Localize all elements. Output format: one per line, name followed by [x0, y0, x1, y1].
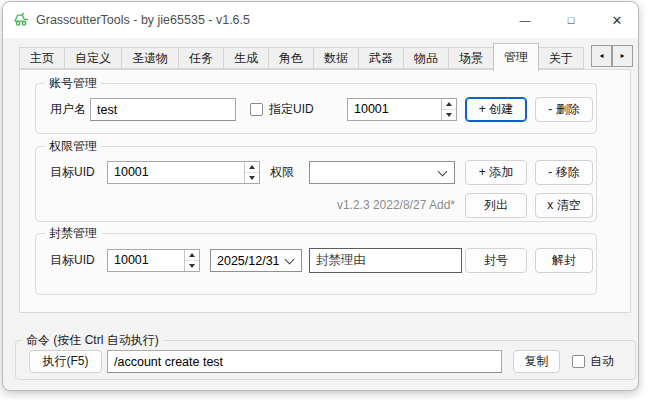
- triangle-up-icon: [446, 102, 452, 106]
- delete-account-button[interactable]: - 删除: [535, 97, 593, 122]
- permission-combobox[interactable]: [309, 161, 455, 184]
- auto-run-checkbox[interactable]: [572, 355, 585, 368]
- app-window: GrasscutterTools - by jie65535 - v1.6.5 …: [2, 1, 639, 391]
- close-button[interactable]: ✕: [594, 2, 640, 38]
- spinner-arrows: [184, 250, 199, 271]
- command-group-title: 命令 (按住 Ctrl 自动执行): [22, 332, 163, 348]
- triangle-up-icon: [249, 165, 255, 169]
- chevron-down-icon: [438, 166, 448, 176]
- management-tab-page: 账号管理 用户名 指定UID 10001 + 创建 - 删除 权限管理 目标UI…: [19, 69, 631, 313]
- spinner-down-button[interactable]: [245, 173, 259, 183]
- account-group-title: 账号管理: [45, 75, 101, 91]
- ban-uid-spinner[interactable]: 10001: [107, 249, 200, 272]
- grasscutter-cart-icon: [13, 11, 30, 28]
- triangle-up-icon: [189, 253, 195, 257]
- ban-target-uid-label: 目标UID: [50, 249, 95, 272]
- minimize-icon: —: [520, 14, 531, 26]
- ban-uid-value: 10001: [108, 250, 184, 271]
- scroll-left-icon: ◂: [599, 52, 603, 60]
- command-input[interactable]: [107, 350, 502, 373]
- perm-target-uid-label: 目标UID: [50, 161, 95, 184]
- remove-permission-button[interactable]: - 移除: [535, 160, 593, 185]
- tab-about[interactable]: 关于: [538, 47, 584, 69]
- create-account-button[interactable]: + 创建: [465, 97, 527, 122]
- spinner-up-button[interactable]: [442, 99, 456, 110]
- specify-uid-checkbox[interactable]: [250, 103, 263, 116]
- triangle-down-icon: [249, 176, 255, 180]
- tab-strip: 主页 自定义 圣遗物 任务 生成 角色 数据 武器 物品 场景 管理 关于: [19, 43, 583, 71]
- titlebar: GrasscutterTools - by jie65535 - v1.6.5 …: [3, 2, 638, 38]
- tab-scroll-right-button[interactable]: ▸: [612, 45, 633, 67]
- copy-command-button[interactable]: 复制: [513, 350, 560, 373]
- ban-group-title: 封禁管理: [45, 225, 101, 241]
- triangle-down-icon: [189, 264, 195, 268]
- ban-button[interactable]: 封号: [465, 248, 527, 273]
- command-group: 命令 (按住 Ctrl 自动执行) 执行(F5) 复制 自动: [15, 340, 636, 380]
- run-command-button[interactable]: 执行(F5): [29, 350, 102, 373]
- tab-artifact[interactable]: 圣遗物: [121, 47, 179, 69]
- chevron-down-icon: [285, 254, 295, 264]
- tab-spawn[interactable]: 生成: [223, 47, 269, 69]
- tab-home[interactable]: 主页: [19, 47, 65, 69]
- permission-version-note: v1.2.3 2022/8/27 Add*: [220, 198, 455, 212]
- spinner-up-button[interactable]: [185, 250, 199, 261]
- account-uid-value: 10001: [348, 99, 441, 120]
- tab-weapon[interactable]: 武器: [358, 47, 404, 69]
- tab-data[interactable]: 数据: [313, 47, 359, 69]
- account-uid-spinner[interactable]: 10001: [347, 98, 457, 121]
- spinner-arrows: [244, 162, 259, 183]
- unban-button[interactable]: 解封: [535, 248, 593, 273]
- spinner-down-button[interactable]: [442, 110, 456, 120]
- tab-custom[interactable]: 自定义: [64, 47, 122, 69]
- window-title: GrasscutterTools - by jie65535 - v1.6.5: [36, 2, 250, 38]
- list-permissions-button[interactable]: 列出: [465, 193, 527, 218]
- ban-date-value: 2025/12/31: [217, 254, 280, 268]
- spinner-down-button[interactable]: [185, 261, 199, 271]
- triangle-down-icon: [446, 113, 452, 117]
- permission-group-title: 权限管理: [45, 138, 101, 154]
- maximize-icon: □: [568, 14, 575, 26]
- screenshot-stage: GrasscutterTools - by jie65535 - v1.6.5 …: [0, 0, 650, 400]
- perm-uid-value: 10001: [108, 162, 244, 183]
- add-permission-button[interactable]: + 添加: [465, 160, 527, 185]
- minimize-button[interactable]: —: [502, 2, 548, 38]
- tab-avatar[interactable]: 角色: [268, 47, 314, 69]
- ban-date-picker[interactable]: 2025/12/31: [210, 249, 302, 272]
- tab-item[interactable]: 物品: [403, 47, 449, 69]
- username-input[interactable]: [90, 98, 236, 121]
- clear-permissions-button[interactable]: x 清空: [535, 193, 593, 218]
- close-icon: ✕: [612, 13, 623, 28]
- spinner-arrows: [441, 99, 456, 120]
- tab-quest[interactable]: 任务: [178, 47, 224, 69]
- tab-scene[interactable]: 场景: [448, 47, 494, 69]
- username-label: 用户名: [50, 98, 86, 121]
- specify-uid-label[interactable]: 指定UID: [269, 98, 314, 121]
- ban-reason-input[interactable]: [309, 248, 462, 273]
- auto-run-label[interactable]: 自动: [590, 350, 614, 373]
- tab-management-active[interactable]: 管理: [493, 43, 539, 71]
- tab-scroll-left-button[interactable]: ◂: [591, 45, 612, 67]
- scroll-right-icon: ▸: [620, 52, 624, 60]
- spinner-up-button[interactable]: [245, 162, 259, 173]
- maximize-button[interactable]: □: [548, 2, 594, 38]
- perm-uid-spinner[interactable]: 10001: [107, 161, 260, 184]
- permission-label: 权限: [270, 161, 294, 184]
